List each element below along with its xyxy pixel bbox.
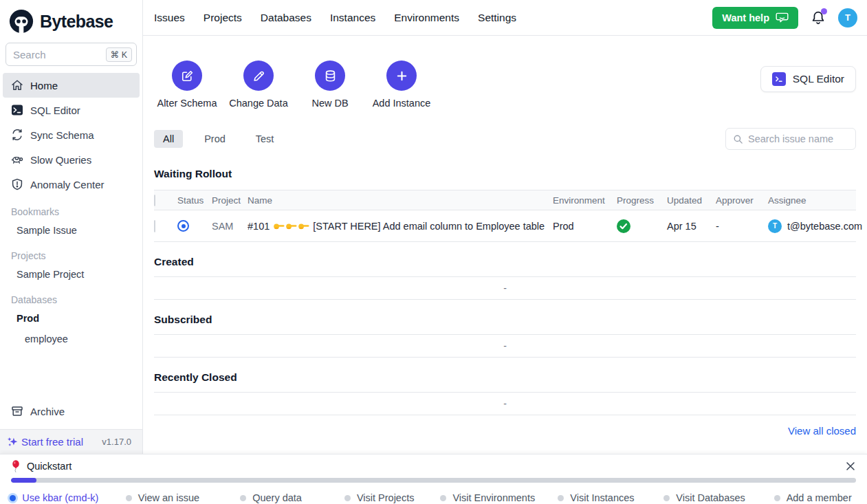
issue-search-box[interactable]: [725, 128, 856, 150]
quickstart-item-label: Visit Instances: [570, 492, 634, 503]
shield-icon: [11, 178, 23, 190]
sidebar-item-sync-schema[interactable]: Sync Schema: [3, 122, 140, 147]
step-dot-icon: [344, 495, 351, 501]
quickstart-bar: Quickstart Use kbar (cmd-k) View an issu…: [0, 454, 867, 504]
balloon-icon: [11, 460, 21, 473]
quickstart-item-label: Query data: [252, 492, 302, 503]
issue-search-input[interactable]: [748, 133, 848, 144]
quickstart-item-visit-instances[interactable]: Visit Instances: [542, 492, 650, 503]
row-checkbox[interactable]: [154, 220, 155, 232]
sidebar-group-title-databases: Databases: [11, 294, 131, 305]
notifications-bell-button[interactable]: [811, 10, 826, 25]
sidebar-footer: Start free trial v1.17.0: [0, 429, 142, 454]
quickstart-item-visit-environments[interactable]: Visit Environments: [434, 492, 542, 503]
issue-project: SAM: [212, 221, 248, 232]
add-instance-button[interactable]: Add Instance: [369, 61, 435, 109]
bytebase-logo-icon: [8, 8, 34, 34]
issue-name[interactable]: #101 [START HERE] Add email column to Em…: [248, 221, 553, 232]
sidebar-item-archive[interactable]: Archive: [3, 399, 140, 424]
sidebar-item-sample-project[interactable]: Sample Project: [0, 264, 142, 285]
sidebar-item-label: Slow Queries: [30, 154, 91, 166]
column-header-name: Name: [248, 195, 553, 206]
sql-editor-button[interactable]: SQL Editor: [760, 66, 856, 92]
issue-updated: Apr 15: [667, 221, 716, 232]
step-dot-icon: [126, 495, 132, 501]
tab-test[interactable]: Test: [247, 130, 283, 148]
issue-table-row[interactable]: SAM #101 [START HERE] Add email column t…: [154, 210, 856, 242]
tab-prod[interactable]: Prod: [195, 130, 234, 148]
quickstart-item-add-a-member[interactable]: Add a member: [758, 492, 867, 503]
sidebar-spacer: [0, 349, 142, 399]
sidebar-item-home[interactable]: Home: [3, 73, 140, 98]
quickstart-item-label: Visit Environments: [452, 492, 535, 503]
quickstart-progress-track: [11, 478, 856, 483]
action-label: Add Instance: [373, 98, 431, 109]
brand-logo[interactable]: Bytebase: [0, 0, 142, 43]
issue-approver: -: [716, 221, 768, 232]
sidebar-item-sql-editor[interactable]: SQL Editor: [3, 98, 140, 122]
quickstart-item-label: View an issue: [138, 492, 199, 503]
topnav-item-instances[interactable]: Instances: [330, 12, 375, 24]
topnav-item-settings[interactable]: Settings: [478, 12, 516, 24]
plus-icon: [386, 61, 417, 91]
sidebar-item-label: SQL Editor: [30, 105, 80, 116]
select-all-checkbox[interactable]: [154, 195, 155, 206]
sidebar-item-label: Sync Schema: [30, 129, 94, 141]
section-title-recently-closed: Recently Closed: [154, 371, 856, 384]
sql-editor-label: SQL Editor: [793, 73, 844, 85]
issue-environment: Prod: [553, 221, 617, 232]
topnav-item-projects[interactable]: Projects: [204, 12, 242, 24]
created-empty-row: -: [154, 276, 856, 300]
user-avatar[interactable]: T: [838, 8, 857, 28]
app-window: Bytebase Search ⌘ K Home SQL Editor: [0, 0, 867, 454]
change-data-button[interactable]: Change Data: [226, 61, 292, 109]
quickstart-item-label: Visit Projects: [357, 492, 415, 503]
sidebar-group-title-bookmarks: Bookmarks: [11, 206, 131, 217]
quickstart-item-label: Add a member: [787, 492, 852, 503]
sidebar-item-employee[interactable]: employee: [0, 329, 142, 349]
column-header-project: Project: [212, 195, 248, 206]
section-title-subscribed: Subscribed: [154, 314, 856, 326]
step-dot-icon: [663, 495, 670, 501]
topnav-item-issues[interactable]: Issues: [154, 12, 185, 24]
subscribed-empty-row: -: [154, 334, 856, 358]
quickstart-item-label: Visit Databases: [676, 492, 745, 503]
start-free-trial-link[interactable]: Start free trial: [21, 436, 83, 448]
terminal-icon: [11, 104, 23, 116]
keyboard-shortcut-badge: ⌘ K: [106, 47, 132, 62]
alter-schema-button[interactable]: Alter Schema: [154, 61, 220, 109]
issue-open-status-icon: [177, 220, 189, 232]
sidebar: Bytebase Search ⌘ K Home SQL Editor: [0, 0, 143, 454]
sidebar-item-label: Home: [30, 80, 58, 91]
new-db-button[interactable]: New DB: [297, 61, 363, 109]
chat-bubble-icon: [776, 12, 789, 23]
top-navigation-bar: Issues Projects Databases Instances Envi…: [143, 0, 867, 36]
view-all-closed-link[interactable]: View all closed: [788, 425, 856, 437]
want-help-button[interactable]: Want help: [712, 7, 798, 29]
quickstart-item-visit-projects[interactable]: Visit Projects: [325, 492, 434, 503]
sidebar-item-anomaly-center[interactable]: Anomaly Center: [3, 172, 140, 197]
quickstart-item-view-an-issue[interactable]: View an issue: [109, 492, 217, 503]
quickstart-item-use-kbar[interactable]: Use kbar (cmd-k): [0, 492, 109, 503]
topnav-item-environments[interactable]: Environments: [394, 12, 459, 24]
filter-row: All Prod Test: [154, 128, 856, 150]
sidebar-item-sample-issue[interactable]: Sample Issue: [0, 220, 142, 241]
pointing-right-emoji: [273, 221, 309, 230]
edit-square-icon: [172, 61, 202, 91]
sidebar-item-prod[interactable]: Prod: [0, 308, 142, 329]
search-icon: [733, 134, 743, 144]
sidebar-search-input[interactable]: Search ⌘ K: [6, 43, 137, 66]
sidebar-item-slow-queries[interactable]: Slow Queries: [3, 147, 140, 172]
action-label: Alter Schema: [157, 98, 217, 109]
topnav-item-databases[interactable]: Databases: [261, 12, 311, 24]
pencil-icon: [243, 61, 274, 91]
terminal-icon: [772, 72, 786, 86]
quickstart-item-visit-databases[interactable]: Visit Databases: [650, 492, 759, 503]
quickstart-item-label: Use kbar (cmd-k): [22, 492, 98, 503]
issue-table-header: Status Project Name Environment Progress…: [154, 190, 856, 210]
step-dot-icon: [774, 495, 780, 501]
tab-all[interactable]: All: [154, 130, 183, 148]
sparkles-icon: [7, 436, 19, 448]
quickstart-item-query-data[interactable]: Query data: [217, 492, 325, 503]
close-icon[interactable]: [845, 461, 856, 472]
